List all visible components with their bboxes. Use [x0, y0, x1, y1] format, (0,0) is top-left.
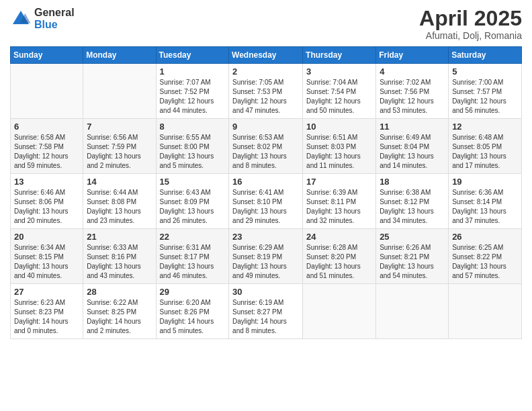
calendar-table: SundayMondayTuesdayWednesdayThursdayFrid…	[10, 46, 522, 339]
calendar-week-row: 20Sunrise: 6:34 AM Sunset: 8:15 PM Dayli…	[11, 229, 522, 284]
calendar-cell: 9Sunrise: 6:53 AM Sunset: 8:02 PM Daylig…	[229, 119, 303, 174]
calendar-cell	[376, 284, 449, 339]
day-info: Sunrise: 6:41 AM Sunset: 8:10 PM Dayligh…	[232, 188, 299, 226]
day-number: 29	[160, 287, 226, 297]
day-info: Sunrise: 6:48 AM Sunset: 8:05 PM Dayligh…	[452, 133, 518, 171]
calendar-cell: 20Sunrise: 6:34 AM Sunset: 8:15 PM Dayli…	[11, 229, 83, 284]
calendar-cell: 6Sunrise: 6:58 AM Sunset: 7:58 PM Daylig…	[11, 119, 83, 174]
day-number: 17	[306, 177, 372, 187]
logo: General Blue	[10, 7, 75, 31]
calendar-cell: 27Sunrise: 6:23 AM Sunset: 8:23 PM Dayli…	[11, 284, 83, 339]
calendar-week-row: 27Sunrise: 6:23 AM Sunset: 8:23 PM Dayli…	[11, 284, 522, 339]
day-number: 4	[380, 66, 445, 77]
calendar-cell	[449, 284, 522, 339]
calendar-cell	[11, 64, 83, 119]
calendar-cell: 5Sunrise: 7:00 AM Sunset: 7:57 PM Daylig…	[449, 64, 522, 119]
calendar-cell: 8Sunrise: 6:55 AM Sunset: 8:00 PM Daylig…	[156, 119, 229, 174]
calendar-cell: 29Sunrise: 6:20 AM Sunset: 8:26 PM Dayli…	[156, 284, 229, 339]
day-info: Sunrise: 6:43 AM Sunset: 8:09 PM Dayligh…	[160, 188, 226, 226]
day-number: 24	[306, 232, 372, 242]
calendar-cell: 10Sunrise: 6:51 AM Sunset: 8:03 PM Dayli…	[303, 119, 376, 174]
calendar-cell: 18Sunrise: 6:38 AM Sunset: 8:12 PM Dayli…	[376, 174, 449, 229]
day-info: Sunrise: 7:04 AM Sunset: 7:54 PM Dayligh…	[306, 78, 372, 116]
weekday-header-thursday: Thursday	[303, 47, 376, 64]
logo-text: General Blue	[34, 7, 75, 31]
day-number: 3	[306, 66, 372, 77]
header: General Blue April 2025 Afumati, Dolj, R…	[10, 7, 522, 41]
calendar-cell: 16Sunrise: 6:41 AM Sunset: 8:10 PM Dayli…	[229, 174, 303, 229]
day-info: Sunrise: 6:33 AM Sunset: 8:16 PM Dayligh…	[87, 243, 152, 281]
calendar-cell: 14Sunrise: 6:44 AM Sunset: 8:08 PM Dayli…	[83, 174, 156, 229]
day-info: Sunrise: 6:31 AM Sunset: 8:17 PM Dayligh…	[160, 243, 226, 281]
day-info: Sunrise: 6:49 AM Sunset: 8:04 PM Dayligh…	[380, 133, 445, 171]
calendar-cell: 7Sunrise: 6:56 AM Sunset: 7:59 PM Daylig…	[83, 119, 156, 174]
day-number: 8	[160, 122, 226, 132]
day-number: 15	[160, 177, 226, 187]
day-info: Sunrise: 6:34 AM Sunset: 8:15 PM Dayligh…	[14, 243, 79, 281]
calendar-cell: 2Sunrise: 7:05 AM Sunset: 7:53 PM Daylig…	[229, 64, 303, 119]
day-number: 27	[14, 287, 79, 297]
page: General Blue April 2025 Afumati, Dolj, R…	[0, 0, 532, 411]
calendar-cell: 15Sunrise: 6:43 AM Sunset: 8:09 PM Dayli…	[156, 174, 229, 229]
weekday-header-friday: Friday	[376, 47, 449, 64]
calendar-cell: 3Sunrise: 7:04 AM Sunset: 7:54 PM Daylig…	[303, 64, 376, 119]
day-number: 12	[452, 122, 518, 132]
day-info: Sunrise: 6:28 AM Sunset: 8:20 PM Dayligh…	[306, 243, 372, 281]
day-number: 16	[232, 177, 299, 187]
day-info: Sunrise: 6:46 AM Sunset: 8:06 PM Dayligh…	[14, 188, 79, 226]
day-info: Sunrise: 7:07 AM Sunset: 7:52 PM Dayligh…	[160, 78, 226, 116]
calendar-cell: 22Sunrise: 6:31 AM Sunset: 8:17 PM Dayli…	[156, 229, 229, 284]
calendar-cell	[303, 284, 376, 339]
day-number: 2	[232, 66, 299, 77]
logo-icon	[10, 8, 32, 30]
calendar-cell: 26Sunrise: 6:25 AM Sunset: 8:22 PM Dayli…	[449, 229, 522, 284]
day-info: Sunrise: 6:44 AM Sunset: 8:08 PM Dayligh…	[87, 188, 152, 226]
day-info: Sunrise: 6:56 AM Sunset: 7:59 PM Dayligh…	[87, 133, 152, 171]
day-number: 23	[232, 232, 299, 242]
day-info: Sunrise: 6:26 AM Sunset: 8:21 PM Dayligh…	[380, 243, 445, 281]
calendar-cell: 13Sunrise: 6:46 AM Sunset: 8:06 PM Dayli…	[11, 174, 83, 229]
day-info: Sunrise: 6:58 AM Sunset: 7:58 PM Dayligh…	[14, 133, 79, 171]
calendar-week-row: 1Sunrise: 7:07 AM Sunset: 7:52 PM Daylig…	[11, 64, 522, 119]
day-number: 14	[87, 177, 152, 187]
calendar-cell: 24Sunrise: 6:28 AM Sunset: 8:20 PM Dayli…	[303, 229, 376, 284]
day-info: Sunrise: 6:39 AM Sunset: 8:11 PM Dayligh…	[306, 188, 372, 226]
calendar-cell: 11Sunrise: 6:49 AM Sunset: 8:04 PM Dayli…	[376, 119, 449, 174]
weekday-header-saturday: Saturday	[449, 47, 522, 64]
weekday-header-row: SundayMondayTuesdayWednesdayThursdayFrid…	[11, 47, 522, 64]
day-number: 13	[14, 177, 79, 187]
day-info: Sunrise: 6:29 AM Sunset: 8:19 PM Dayligh…	[232, 243, 299, 281]
location: Afumati, Dolj, Romania	[419, 30, 522, 41]
calendar-cell: 30Sunrise: 6:19 AM Sunset: 8:27 PM Dayli…	[229, 284, 303, 339]
day-number: 18	[380, 177, 445, 187]
day-number: 22	[160, 232, 226, 242]
calendar-cell: 25Sunrise: 6:26 AM Sunset: 8:21 PM Dayli…	[376, 229, 449, 284]
day-info: Sunrise: 7:05 AM Sunset: 7:53 PM Dayligh…	[232, 78, 299, 116]
weekday-header-monday: Monday	[83, 47, 156, 64]
day-info: Sunrise: 7:00 AM Sunset: 7:57 PM Dayligh…	[452, 78, 518, 116]
day-number: 9	[232, 122, 299, 132]
day-info: Sunrise: 6:38 AM Sunset: 8:12 PM Dayligh…	[380, 188, 445, 226]
day-number: 1	[160, 66, 226, 77]
weekday-header-wednesday: Wednesday	[229, 47, 303, 64]
day-number: 6	[14, 122, 79, 132]
calendar-cell: 4Sunrise: 7:02 AM Sunset: 7:56 PM Daylig…	[376, 64, 449, 119]
day-number: 10	[306, 122, 372, 132]
day-info: Sunrise: 6:25 AM Sunset: 8:22 PM Dayligh…	[452, 243, 518, 281]
title-block: April 2025 Afumati, Dolj, Romania	[419, 7, 522, 41]
day-number: 26	[452, 232, 518, 242]
day-info: Sunrise: 7:02 AM Sunset: 7:56 PM Dayligh…	[380, 78, 445, 116]
day-info: Sunrise: 6:20 AM Sunset: 8:26 PM Dayligh…	[160, 298, 226, 336]
calendar-cell: 28Sunrise: 6:22 AM Sunset: 8:25 PM Dayli…	[83, 284, 156, 339]
day-number: 19	[452, 177, 518, 187]
day-info: Sunrise: 6:19 AM Sunset: 8:27 PM Dayligh…	[232, 298, 299, 336]
day-number: 28	[87, 287, 152, 297]
day-info: Sunrise: 6:53 AM Sunset: 8:02 PM Dayligh…	[232, 133, 299, 171]
calendar-cell: 1Sunrise: 7:07 AM Sunset: 7:52 PM Daylig…	[156, 64, 229, 119]
day-number: 21	[87, 232, 152, 242]
day-number: 7	[87, 122, 152, 132]
calendar-week-row: 13Sunrise: 6:46 AM Sunset: 8:06 PM Dayli…	[11, 174, 522, 229]
day-info: Sunrise: 6:36 AM Sunset: 8:14 PM Dayligh…	[452, 188, 518, 226]
calendar-cell: 17Sunrise: 6:39 AM Sunset: 8:11 PM Dayli…	[303, 174, 376, 229]
month-title: April 2025	[419, 7, 522, 30]
